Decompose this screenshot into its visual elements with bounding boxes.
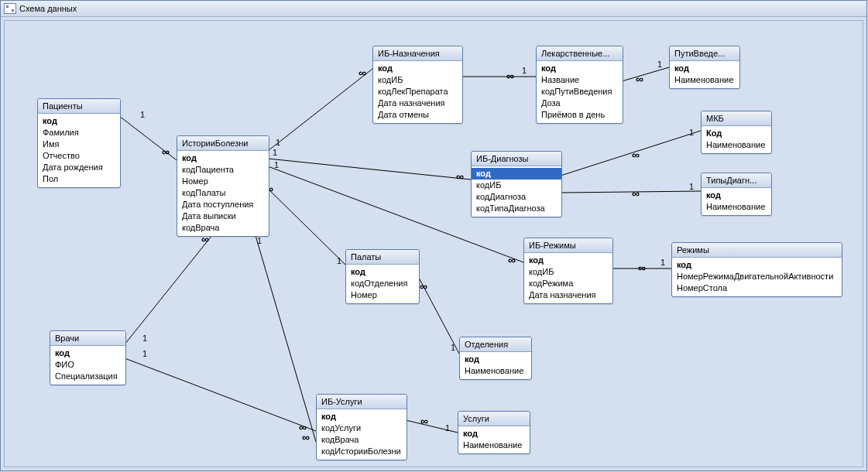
field-row[interactable]: Дата поступления	[177, 199, 269, 210]
card-many: ∞	[632, 149, 640, 161]
card-one: 1	[660, 258, 665, 267]
field-row[interactable]: код	[38, 115, 120, 127]
table-title: МКБ	[702, 111, 771, 126]
field-row[interactable]: кодУслуги	[317, 422, 407, 434]
svg-line-11	[561, 191, 701, 193]
field-row[interactable]: код	[472, 168, 561, 180]
table-body: кодНаименование	[460, 352, 531, 379]
field-row[interactable]: Фамилия	[38, 127, 120, 139]
table-title: Лекарственные...	[537, 46, 623, 61]
field-row[interactable]: кодИБ	[524, 266, 612, 278]
field-row[interactable]: Дата назначения	[373, 97, 462, 109]
table-title: Палаты	[346, 250, 419, 265]
field-row[interactable]: кодОтделения	[346, 278, 419, 289]
field-row[interactable]: код	[50, 347, 125, 359]
field-row[interactable]: код	[537, 63, 623, 74]
field-row[interactable]: Номер	[346, 289, 419, 301]
field-row[interactable]: Имя	[38, 139, 120, 150]
table-rezhimy[interactable]: Режимы кодНомерРежимаДвигательнойАктивно…	[671, 242, 842, 297]
field-row[interactable]: кодПалаты	[177, 187, 269, 199]
field-row[interactable]: НомерСтола	[672, 282, 842, 294]
field-row[interactable]: кодПациента	[177, 164, 269, 176]
field-row[interactable]: код	[672, 259, 842, 271]
field-row[interactable]: кодПутиВведения	[537, 86, 623, 97]
field-row[interactable]: Наименование	[702, 201, 771, 213]
table-lekarstvennye[interactable]: Лекарственные... кодНазваниекодПутиВведе…	[536, 46, 623, 124]
field-row[interactable]: код	[373, 63, 462, 74]
table-puti-vvedeniya[interactable]: ПутиВведе... кодНаименование	[669, 46, 740, 89]
field-row[interactable]: Наименование	[670, 74, 739, 86]
field-row[interactable]: Наименование	[460, 365, 531, 377]
svg-line-9	[622, 67, 669, 81]
svg-line-6	[262, 183, 345, 265]
card-one: 1	[522, 66, 527, 75]
table-body: кодФамилияИмяОтчествоДата рожденияПол	[38, 114, 120, 187]
field-row[interactable]: Пол	[38, 173, 120, 185]
table-uslugi[interactable]: Услуги кодНаименование	[458, 411, 530, 454]
svg-line-7	[255, 233, 316, 442]
field-row[interactable]: Дата рождения	[38, 162, 120, 173]
card-many: ∞	[638, 262, 646, 274]
field-row[interactable]: Отчество	[38, 150, 120, 162]
field-row[interactable]: код	[702, 190, 771, 201]
field-row[interactable]: код	[460, 354, 531, 365]
table-title: ИБ-Диагнозы	[472, 152, 561, 166]
field-row[interactable]: код	[346, 266, 419, 278]
table-title: Пациенты	[38, 99, 120, 114]
card-one: 1	[689, 128, 694, 137]
field-row[interactable]: Название	[537, 74, 623, 86]
field-row[interactable]: Наименование	[458, 440, 530, 451]
window-title: Схема данных	[19, 1, 77, 16]
field-row[interactable]: Специализация	[50, 371, 125, 382]
card-many: ∞	[359, 67, 366, 79]
table-title: Режимы	[672, 243, 842, 258]
table-title: ИБ-Назначения	[373, 46, 462, 61]
field-row[interactable]: Номер	[177, 176, 269, 187]
table-ib-uslugi[interactable]: ИБ-Услуги кодкодУслугикодВрачакодИстории…	[316, 394, 407, 460]
canvas-outer: 1 ∞ 1 ∞ 1 ∞ 1 ∞ 1 ∞ 1	[1, 17, 866, 470]
field-row[interactable]: Дата выписки	[177, 210, 269, 222]
field-row[interactable]: НомерРежимаДвигательнойАктивности	[672, 271, 842, 282]
table-vrachi[interactable]: Врачи кодФИОСпециализация	[50, 330, 126, 385]
field-row[interactable]: Доза	[537, 97, 623, 109]
field-row[interactable]: кодИсторииБолезни	[317, 446, 407, 457]
table-patients[interactable]: Пациенты кодФамилияИмяОтчествоДата рожде…	[37, 98, 121, 188]
field-row[interactable]: код	[670, 63, 739, 74]
svg-line-14	[406, 420, 458, 433]
table-istorii-bolezni[interactable]: ИсторииБолезни кодкодПациентаНомеркодПал…	[177, 135, 269, 237]
table-mkb[interactable]: МКБ КодНаименование	[701, 111, 772, 154]
field-row[interactable]: Дата отмены	[373, 109, 462, 121]
field-row[interactable]: код	[317, 411, 407, 422]
field-row[interactable]: Наименование	[702, 139, 771, 151]
field-row[interactable]: код	[524, 255, 612, 266]
field-row[interactable]: Код	[702, 128, 771, 139]
table-title: Врачи	[50, 331, 125, 346]
field-row[interactable]: кодВрача	[177, 222, 269, 234]
table-ib-naznacheniya[interactable]: ИБ-Назначения кодкодИБкодЛекПрепаратаДат…	[372, 46, 463, 124]
card-many: ∞	[162, 145, 170, 158]
table-palaty[interactable]: Палаты кодкодОтделенияНомер	[345, 249, 420, 304]
field-row[interactable]: кодЛекПрепарата	[373, 86, 462, 97]
table-tipy-diagnozov[interactable]: ТипыДиагн... кодНаименование	[701, 173, 772, 216]
table-body: кодНаименование	[458, 426, 530, 453]
field-row[interactable]: код	[177, 152, 269, 164]
table-body: кодкодИБкодРежимаДата назначения	[524, 253, 612, 303]
window-titlebar[interactable]: Схема данных	[1, 1, 866, 17]
field-row[interactable]: код	[458, 428, 530, 440]
field-row[interactable]: кодИБ	[472, 180, 561, 191]
field-row[interactable]: Приёмов в день	[537, 109, 623, 121]
table-ib-diagnozy[interactable]: ИБ-Диагнозы кодкодИБкодДиагнозакодТипаДи…	[471, 151, 562, 217]
field-row[interactable]: кодИБ	[373, 74, 462, 86]
table-otdeleniya[interactable]: Отделения кодНаименование	[459, 337, 532, 380]
field-row[interactable]: ФИО	[50, 359, 125, 371]
table-body: кодФИОСпециализация	[50, 346, 125, 385]
field-row[interactable]: кодРежима	[524, 278, 612, 289]
field-row[interactable]: кодВрача	[317, 434, 407, 446]
field-row[interactable]: кодТипаДиагноза	[472, 203, 561, 214]
diagram-canvas[interactable]: 1 ∞ 1 ∞ 1 ∞ 1 ∞ 1 ∞ 1	[4, 20, 863, 467]
card-many: ∞	[506, 70, 514, 82]
field-row[interactable]: кодДиагноза	[472, 191, 561, 203]
card-many: ∞	[302, 431, 310, 443]
table-ib-rezhimy[interactable]: ИБ-Режимы кодкодИБкодРежимаДата назначен…	[523, 238, 613, 304]
field-row[interactable]: Дата назначения	[524, 289, 612, 301]
